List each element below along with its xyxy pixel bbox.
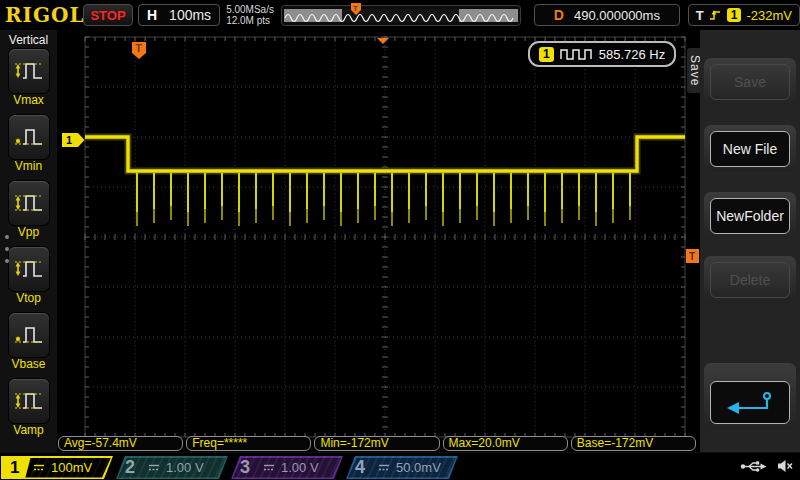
trigger-readout-box[interactable]: T 1 -232mV — [688, 4, 800, 26]
memory-waveform-thumbnail[interactable]: T — [281, 3, 525, 27]
horizontal-timebase-box[interactable]: H 100ms — [138, 4, 220, 26]
trigger-level-value: -232mV — [746, 8, 792, 23]
oscilloscope-screen: RIGOL STOP H 100ms 5.00MSa/s 12.0M pts T… — [0, 0, 800, 480]
waveform-display[interactable]: 1TT 1 585.726 Hz Avg=-57.4mV Freq=***** … — [57, 30, 700, 452]
speaker-muted-icon — [777, 459, 793, 473]
channel-number: 4 — [346, 457, 376, 478]
return-arrow-icon — [724, 389, 776, 417]
horizontal-label: H — [147, 7, 157, 23]
vbase-icon — [12, 321, 46, 349]
run-stop-status[interactable]: STOP — [83, 4, 133, 26]
channel-2-status[interactable]: 2 1.00 V — [116, 456, 228, 479]
channel-4-status[interactable]: 4 50.0mV — [346, 456, 458, 479]
top-status-bar: RIGOL STOP H 100ms 5.00MSa/s 12.0M pts T… — [0, 0, 800, 31]
delay-label: D — [554, 7, 564, 23]
acquisition-info: 5.00MSa/s 12.0M pts — [226, 4, 278, 26]
channel-1-status[interactable]: 1 100mV — [1, 456, 113, 479]
channel1-ground-marker: 1 — [62, 133, 85, 147]
save-button[interactable]: Save — [704, 58, 796, 105]
rising-edge-icon — [709, 8, 722, 22]
menu-item-vmin[interactable]: Vmin — [0, 115, 57, 180]
frequency-counter-badge: 1 585.726 Hz — [528, 41, 676, 67]
channel-number: 1 — [1, 456, 31, 479]
svg-text:T: T — [135, 42, 142, 54]
measurement-results-row: Avg=-57.4mV Freq=***** Min=-172mV Max=20… — [58, 436, 696, 451]
timebase-value: 100ms — [169, 7, 211, 23]
dc-coupling-icon — [148, 463, 160, 472]
graticule-and-trace: 1TT — [57, 30, 700, 452]
dc-coupling-icon — [263, 463, 275, 472]
sample-rate: 5.00MSa/s — [226, 4, 278, 15]
menu-page-indicator — [5, 235, 9, 263]
channel-scale: 50.0mV — [396, 460, 441, 475]
vpp-icon — [12, 189, 46, 217]
left-measure-menu: Vertical Vmax Vmin Vpp Vtop Vbase Vamp — [0, 30, 57, 452]
channel-number: 2 — [116, 457, 146, 478]
measure-base[interactable]: Base=-172mV — [571, 436, 696, 451]
delay-readout-box[interactable]: D 490.000000ms — [534, 4, 680, 26]
svg-text:1: 1 — [66, 134, 72, 146]
measure-max[interactable]: Max=20.0mV — [443, 436, 568, 451]
measure-min[interactable]: Min=-172mV — [314, 436, 439, 451]
menu-item-vmax[interactable]: Vmax — [0, 49, 57, 114]
menu-title: Vertical — [0, 30, 57, 48]
measure-freq[interactable]: Freq=***** — [186, 436, 311, 451]
delay-value: 490.000000ms — [574, 8, 660, 23]
svg-text:T: T — [353, 4, 358, 13]
menu-item-vbase[interactable]: Vbase — [0, 313, 57, 378]
new-file-button[interactable]: New File — [704, 125, 796, 172]
channel-status-bar: 1 100mV 2 1.00 V — [0, 452, 800, 480]
new-folder-button[interactable]: NewFolder — [704, 192, 796, 239]
trigger-label: T — [696, 8, 704, 23]
rigol-logo: RIGOL — [0, 3, 83, 27]
usb-icon — [740, 460, 767, 473]
vtop-icon — [12, 255, 46, 283]
trigger-level-marker: T — [686, 249, 699, 263]
right-softkey-menu: Save New File NewFolder Delete — [700, 30, 800, 452]
vmax-icon — [12, 57, 46, 85]
delete-button[interactable]: Delete — [704, 256, 796, 303]
vamp-icon — [12, 387, 46, 415]
dc-coupling-icon — [33, 463, 45, 472]
dc-coupling-icon — [378, 463, 390, 472]
menu-item-vamp[interactable]: Vamp — [0, 379, 57, 444]
back-button[interactable] — [704, 363, 796, 429]
vmin-icon — [12, 123, 46, 151]
frequency-value: 585.726 Hz — [599, 47, 666, 62]
trigger-source-badge: 1 — [727, 8, 742, 22]
measure-avg[interactable]: Avg=-57.4mV — [58, 436, 183, 451]
square-wave-icon — [560, 47, 593, 61]
counter-channel-badge: 1 — [539, 47, 554, 62]
svg-text:T: T — [689, 251, 695, 262]
channel-scale: 1.00 V — [166, 460, 204, 475]
memory-depth: 12.0M pts — [226, 15, 278, 26]
channel-3-status[interactable]: 3 1.00 V — [231, 456, 343, 479]
channel-number: 3 — [231, 457, 261, 478]
channel-scale: 100mV — [51, 460, 92, 475]
channel-scale: 1.00 V — [281, 460, 319, 475]
